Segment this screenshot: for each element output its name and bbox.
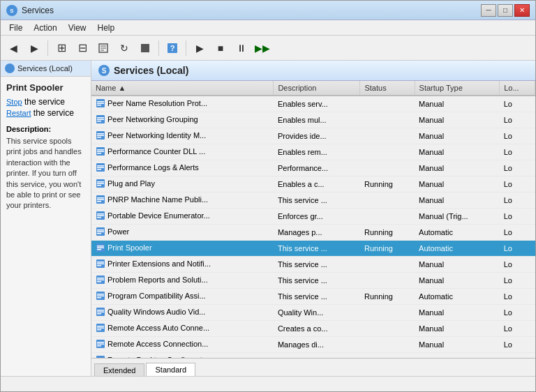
cell-logon: Lo [500,176,535,193]
cell-name: Peer Name Resolution Prot... [91,96,274,112]
resume-button[interactable]: ▶▶ [253,38,272,58]
cell-name: Remote Access Auto Conne... [91,321,274,337]
refresh-button[interactable]: ↻ [114,38,134,58]
cell-description: Remote Des... [274,353,360,359]
services-table-container[interactable]: Name ▲ Description Status Startup Type L… [91,81,535,358]
table-row[interactable]: Quality Windows Audio Vid... Quality Win… [91,305,535,321]
col-startup[interactable]: Startup Type [415,81,500,96]
cell-startup: Automatic [415,241,500,257]
pause-button[interactable]: ⏸ [232,38,251,58]
table-row[interactable]: Printer Extensions and Notifi... This se… [91,257,535,273]
cell-startup: Manual [415,273,500,289]
cell-startup: Manual [415,176,500,193]
menu-item-view[interactable]: View [63,22,92,34]
cell-startup: Manual (Trig... [415,209,500,225]
cell-logon: Lo [500,112,535,128]
col-logon[interactable]: Lo... [500,81,535,96]
help-button[interactable]: ? [163,38,182,58]
table-row[interactable]: PNRP Machine Name Publi... This service … [91,193,535,209]
cell-startup: Manual [415,321,500,337]
show-services-button[interactable]: ⊟ [73,38,92,58]
svg-rect-50 [97,249,101,250]
toolbar-separator-3 [186,40,186,56]
tab-extended[interactable]: Extended [94,363,144,376]
svg-rect-73 [97,344,104,345]
col-description[interactable]: Description [274,81,360,96]
export-button[interactable] [135,38,155,58]
cell-name: Plug and Play [91,176,274,193]
svg-rect-57 [97,280,104,281]
properties-button[interactable] [94,38,113,58]
cell-description: Manages p... [274,225,360,241]
cell-status [360,209,415,225]
cell-description: Enforces gr... [274,209,360,225]
cell-logon: Lo [500,241,535,257]
table-row[interactable]: Plug and Play Enables a c...RunningManua… [91,176,535,193]
restart-link[interactable]: Restart [6,109,31,117]
cell-logon: Lo [500,321,535,337]
table-row[interactable]: Remote Access Auto Conne... Creates a co… [91,321,535,337]
cell-status [360,112,415,128]
menu-item-file[interactable]: File [3,22,28,34]
cell-logon: Lo [500,273,535,289]
table-row[interactable]: Remote Access Connection... Manages di..… [91,337,535,353]
services-local-icon [5,63,15,73]
svg-rect-56 [97,278,104,279]
cell-logon: Lo [500,353,535,359]
main-window: S Services ─ □ ✕ FileActionViewHelp ◀ ▶ … [0,0,536,392]
cell-logon: Lo [500,337,535,353]
cell-startup: Manual [415,193,500,209]
cell-name: Portable Device Enumerator... [91,209,274,225]
menu-item-help[interactable]: Help [92,22,121,34]
cell-description: Manages di... [274,337,360,353]
table-row[interactable]: Power Manages p...RunningAutomaticLo [91,225,535,241]
stop-button[interactable]: ■ [211,38,230,58]
cell-startup: Manual [415,112,500,128]
col-name[interactable]: Name ▲ [91,81,274,96]
col-status[interactable]: Status [360,81,415,96]
svg-rect-69 [97,328,104,329]
menu-item-action[interactable]: Action [28,22,62,34]
svg-rect-20 [97,133,104,135]
table-row[interactable]: Portable Device Enumerator... Enforces g… [91,209,535,225]
back-button[interactable]: ◀ [3,38,23,58]
close-button[interactable]: ✕ [514,4,530,17]
left-panel-header[interactable]: Services (Local) [1,61,91,77]
cell-startup: Manual [415,353,500,359]
svg-rect-45 [97,232,104,233]
stop-link[interactable]: Stop [6,98,22,106]
cell-description: This service ... [274,193,360,209]
cell-description: This service ... [274,273,360,289]
tab-standard[interactable]: Standard [146,363,195,376]
cell-name: Quality Windows Audio Vid... [91,305,274,321]
svg-rect-34 [97,185,101,186]
forward-button[interactable]: ▶ [24,38,44,58]
table-row[interactable]: Peer Name Resolution Prot... Enables ser… [91,96,535,112]
cell-description: This service ... [274,241,360,257]
svg-rect-37 [97,199,104,201]
minimize-button[interactable]: ─ [481,4,496,17]
stop-text: the service [22,97,65,107]
svg-rect-54 [97,265,101,266]
left-panel: Services (Local) Print Spooler Stop the … [1,61,91,376]
svg-rect-74 [97,345,101,347]
table-row[interactable]: Peer Networking Grouping Enables mul...M… [91,112,535,128]
svg-rect-16 [97,117,104,119]
table-row[interactable]: Program Compatibility Assi... This servi… [91,289,535,305]
show-console-button[interactable]: ⊞ [52,38,71,58]
table-row[interactable]: Remote Desktop Configurat... Remote Des.… [91,353,535,359]
cell-logon: Lo [500,257,535,273]
play-button[interactable]: ▶ [190,38,209,58]
table-row[interactable]: Performance Logs & Alerts Performance...… [91,160,535,176]
table-row[interactable]: Problem Reports and Soluti... This servi… [91,273,535,289]
svg-rect-26 [97,153,101,154]
restore-button[interactable]: □ [498,4,513,17]
cell-description: Creates a co... [274,321,360,337]
svg-rect-33 [97,183,104,185]
cell-name: Printer Extensions and Notifi... [91,257,274,273]
table-row[interactable]: Print Spooler This service ...RunningAut… [91,241,535,257]
table-row[interactable]: Peer Networking Identity M... Provides i… [91,128,535,144]
svg-rect-61 [97,296,104,297]
table-row[interactable]: Performance Counter DLL ... Enables rem.… [91,144,535,160]
right-panel: S Services (Local) Name ▲ Description St… [91,61,535,376]
